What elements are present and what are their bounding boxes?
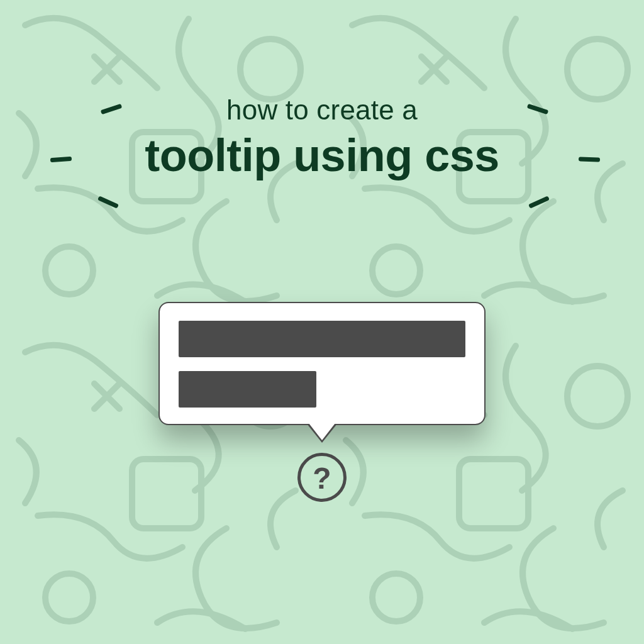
decorative-dash-icon xyxy=(528,196,550,208)
question-mark-icon: ? xyxy=(313,464,331,494)
placeholder-bar xyxy=(179,371,316,408)
help-button[interactable]: ? xyxy=(297,453,347,502)
title-block: how to create a tooltip using css xyxy=(0,94,644,181)
tooltip-box xyxy=(158,302,486,425)
title-text: tooltip using css xyxy=(0,130,644,181)
placeholder-bar xyxy=(179,321,465,357)
tooltip-demo: ? xyxy=(158,302,486,502)
decorative-dash-icon xyxy=(97,196,119,208)
decorative-dash-icon xyxy=(579,157,600,162)
